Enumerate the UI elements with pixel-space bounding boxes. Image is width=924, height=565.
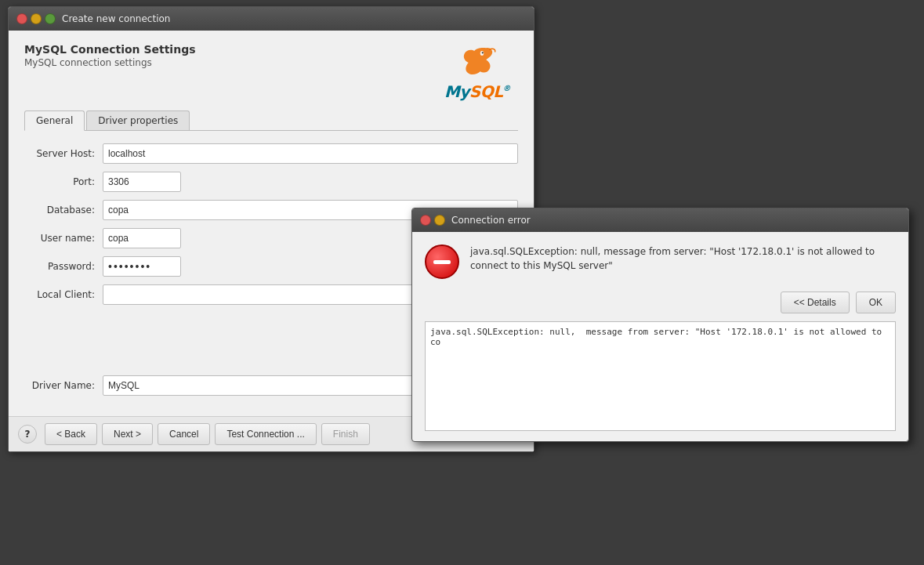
tab-driver-properties[interactable]: Driver properties (86, 110, 190, 130)
back-button[interactable]: < Back (45, 423, 97, 445)
error-icon (425, 244, 459, 279)
error-title-bar: Connection error (412, 208, 908, 232)
dialog-title: Create new connection (62, 13, 170, 24)
error-title-bar-buttons (420, 215, 445, 226)
server-host-input[interactable] (103, 143, 518, 164)
minimize-button[interactable] (31, 13, 42, 24)
header-section: MySQL Connection Settings MySQL connecti… (24, 43, 518, 101)
error-message-row: java.sql.SQLException: null, message fro… (425, 244, 896, 279)
port-label: Port: (24, 176, 103, 187)
tab-general[interactable]: General (24, 110, 85, 131)
error-circle (425, 244, 459, 279)
server-host-row: Server Host: (24, 143, 518, 164)
error-dialog: Connection error java.sql.SQLException: … (411, 208, 909, 442)
password-label: Password: (24, 261, 103, 272)
error-minimize-button[interactable] (434, 215, 445, 226)
tabs-container: General Driver properties (24, 110, 518, 131)
main-title-bar: Create new connection (9, 7, 534, 31)
error-close-button[interactable] (420, 215, 431, 226)
error-message-text: java.sql.SQLException: null, message fro… (470, 244, 896, 273)
help-button[interactable]: ? (18, 425, 37, 444)
details-button[interactable]: << Details (781, 292, 850, 313)
test-connection-button[interactable]: Test Connection ... (215, 423, 316, 445)
mysql-logo-text: MySQL® (444, 82, 510, 101)
error-buttons: << Details OK (425, 292, 896, 313)
cancel-button[interactable]: Cancel (158, 423, 210, 445)
port-row: Port: (24, 172, 518, 192)
error-body: java.sql.SQLException: null, message fro… (412, 232, 908, 441)
database-label: Database: (24, 205, 103, 215)
driver-name-label: Driver Name: (24, 380, 103, 391)
close-button[interactable] (16, 13, 27, 24)
password-input[interactable] (103, 256, 181, 277)
username-input[interactable] (103, 228, 181, 248)
ok-button[interactable]: OK (856, 292, 896, 313)
settings-title: MySQL Connection Settings (24, 43, 196, 56)
maximize-button[interactable] (45, 13, 56, 24)
error-minus-icon (433, 260, 451, 264)
local-client-label: Local Client: (24, 289, 103, 300)
server-host-label: Server Host: (24, 148, 103, 159)
username-label: User name: (24, 233, 103, 244)
error-dialog-title: Connection error (451, 215, 531, 226)
port-input[interactable] (103, 172, 181, 192)
header-left: MySQL Connection Settings MySQL connecti… (24, 43, 196, 68)
mysql-logo: MySQL® (444, 43, 510, 101)
next-button[interactable]: Next > (102, 423, 153, 445)
title-bar-buttons (16, 13, 56, 24)
error-detail-textarea[interactable] (425, 321, 896, 431)
finish-button[interactable]: Finish (321, 423, 370, 445)
mysql-dolphin-icon (454, 43, 501, 82)
svg-point-1 (482, 52, 484, 53)
settings-subtitle: MySQL connection settings (24, 57, 196, 68)
